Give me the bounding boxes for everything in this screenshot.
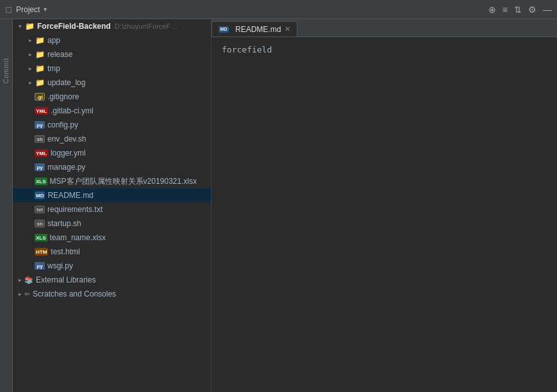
tree-item-readme-md[interactable]: MD README.md <box>13 188 211 202</box>
external-libraries-item[interactable]: 📚 External Libraries <box>13 273 211 287</box>
logger-yml-label: logger.yml <box>51 149 86 158</box>
gitignore-badge: .gi <box>35 93 45 101</box>
ext-lib-label: External Libraries <box>36 275 96 284</box>
startup-sh-badge: sh <box>35 220 45 227</box>
tree-item-app[interactable]: app <box>13 33 211 47</box>
req-txt-badge: txt <box>35 206 45 213</box>
readme-md-badge: MD <box>35 192 45 199</box>
ext-lib-icon: 📚 <box>24 276 33 284</box>
root-folder-icon <box>24 21 35 31</box>
scratches-item[interactable]: ✏ Scratches and Consoles <box>13 287 211 301</box>
tree-item-logger-yml[interactable]: YML logger.yml <box>13 146 211 160</box>
manage-py-label: manage.py <box>47 163 85 172</box>
ext-lib-arrow <box>15 275 24 284</box>
env-dev-badge: sh <box>35 135 45 143</box>
release-label: release <box>47 50 72 59</box>
wsgi-py-label: wsgi.py <box>47 261 73 270</box>
test-html-label: test.html <box>51 247 79 256</box>
sort-icon[interactable]: ⇅ <box>514 4 522 15</box>
tree-item-test-html[interactable]: HTM test.html <box>13 245 211 259</box>
tree-item-gitlab-ci[interactable]: YML .gitlab-ci.yml <box>13 104 211 118</box>
config-py-label: config.py <box>47 120 78 129</box>
req-txt-label: requirements.txt <box>47 205 103 214</box>
tree-item-requirements-txt[interactable]: txt requirements.txt <box>13 202 211 216</box>
minimize-icon[interactable]: — <box>543 4 552 15</box>
msp-xlsx-label: MSP客户团队属性映射关系v20190321.xlsx <box>50 176 197 187</box>
main-layout: Commit ForceField-Backend D:\zhuyun\Forc… <box>0 19 557 392</box>
readme-md-label: README.md <box>47 191 93 200</box>
gitlab-ci-label: .gitlab-ci.yml <box>51 106 94 115</box>
env-dev-label: env_dev.sh <box>47 135 87 143</box>
tmp-folder-icon <box>35 63 45 74</box>
scratches-label: Scratches and Consoles <box>33 290 116 298</box>
settings-icon[interactable]: ⚙ <box>528 4 536 15</box>
add-icon[interactable]: ⊕ <box>488 4 496 15</box>
update-log-arrow <box>26 78 35 87</box>
manage-py-badge: py <box>35 163 45 171</box>
msp-xlsx-badge: XLS <box>35 177 47 185</box>
project-icon: ◻ <box>5 4 12 14</box>
tree-root[interactable]: ForceField-Backend D:\zhuyun\ForceField-… <box>13 19 211 33</box>
editor-content[interactable]: forcefield <box>212 37 557 392</box>
root-arrow <box>15 22 24 31</box>
test-html-badge: HTM <box>35 248 48 256</box>
side-strip: Commit <box>0 19 13 392</box>
tab-label: README.md <box>235 25 281 34</box>
root-label: ForceField-Backend <box>37 22 111 31</box>
tree-item-wsgi-py[interactable]: py wsgi.py <box>13 259 211 273</box>
app-folder-icon <box>35 35 45 45</box>
editor-area: MD README.md ✕ forcefield <box>212 19 557 392</box>
tree-item-team-name-xlsx[interactable]: XLS team_name.xlsx <box>13 231 211 245</box>
release-arrow <box>26 50 35 59</box>
app-label: app <box>47 36 60 45</box>
tab-bar: MD README.md ✕ <box>212 19 557 37</box>
tree-item-manage-py[interactable]: py manage.py <box>13 160 211 174</box>
tree-item-release[interactable]: release <box>13 47 211 61</box>
release-folder-icon <box>35 49 45 60</box>
tree-item-config-py[interactable]: py config.py <box>13 118 211 132</box>
team-name-label: team_name.xlsx <box>50 233 106 242</box>
tab-icon: MD <box>219 26 229 33</box>
tree-item-tmp[interactable]: tmp <box>13 61 211 76</box>
root-path: D:\zhuyun\ForceField-Bac <box>115 22 179 30</box>
tree-item-startup-sh[interactable]: sh startup.sh <box>13 216 211 231</box>
scratches-icon: ✏ <box>24 290 30 298</box>
commit-label[interactable]: Commit <box>3 58 10 83</box>
editor-text: forcefield <box>222 45 272 54</box>
update-log-label: update_log <box>47 78 85 87</box>
scratches-arrow <box>15 290 24 298</box>
tree-item-env-dev[interactable]: sh env_dev.sh <box>13 132 211 146</box>
update-log-folder-icon <box>35 78 45 88</box>
tmp-arrow <box>26 64 35 73</box>
gitlab-ci-badge: YML <box>35 107 48 115</box>
wsgi-py-badge: py <box>35 262 45 270</box>
tree-item-update-log[interactable]: update_log <box>13 76 211 90</box>
tree-item-gitignore[interactable]: .gi .gitignore <box>13 90 211 104</box>
config-py-badge: py <box>35 121 45 129</box>
list-icon[interactable]: ≡ <box>503 4 508 15</box>
tab-close-button[interactable]: ✕ <box>285 25 290 33</box>
chevron-down-icon[interactable]: ▾ <box>44 6 47 13</box>
gitignore-label: .gitignore <box>47 92 79 101</box>
startup-sh-label: startup.sh <box>47 219 81 228</box>
team-name-badge: XLS <box>35 234 47 241</box>
tree-item-msp-xlsx[interactable]: XLS MSP客户团队属性映射关系v20190321.xlsx <box>13 174 211 188</box>
toolbar-icons: ⊕ ≡ ⇅ ⚙ — <box>488 4 552 15</box>
file-tree-panel: ForceField-Backend D:\zhuyun\ForceField-… <box>13 19 212 392</box>
tmp-label: tmp <box>47 64 60 73</box>
app-arrow <box>26 36 35 45</box>
title-bar: ◻ Project ▾ ⊕ ≡ ⇅ ⚙ — <box>0 0 557 19</box>
project-label[interactable]: Project <box>16 5 40 14</box>
tab-readme-md[interactable]: MD README.md ✕ <box>212 21 297 37</box>
logger-yml-badge: YML <box>35 149 48 157</box>
